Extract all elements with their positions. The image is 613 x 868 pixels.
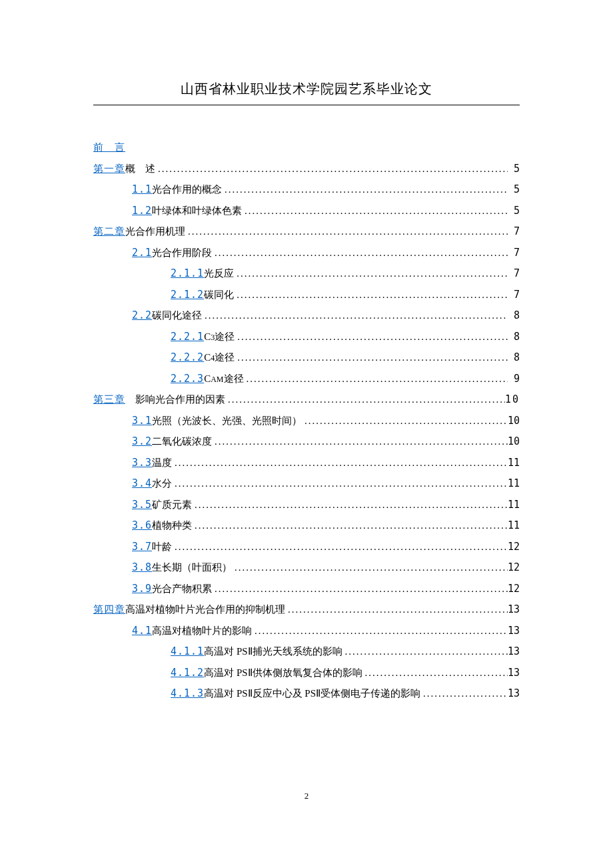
toc-link[interactable]: 3.5 [132, 495, 152, 516]
toc-entry: 2.1.1 光反应 7 [93, 263, 520, 285]
toc-link[interactable]: 3.8 [132, 557, 152, 579]
toc-entry: 2.1.2 碳同化 7 [93, 285, 520, 306]
toc-label: C [204, 327, 211, 348]
toc-page-number: 8 [508, 327, 520, 348]
toc-page-number: 11 [508, 515, 520, 537]
toc-page-number: 12 [508, 557, 520, 579]
toc-page-number: 10 [505, 389, 520, 411]
toc-entry: 1.1 光合作用的概念 5 [93, 179, 520, 201]
toc-leader-dots [285, 599, 508, 621]
toc-link[interactable]: 第一章 [93, 159, 125, 180]
toc-link[interactable]: 3.1 [132, 411, 152, 432]
toc-label: 光合作用机理 [125, 221, 185, 243]
toc-page-number: 11 [508, 495, 520, 516]
toc-page-number: 9 [508, 369, 520, 390]
toc-leader-dots [302, 411, 508, 432]
toc-entry: 第二章 光合作用机理 7 [93, 221, 520, 243]
toc-link[interactable]: 2.2.3 [171, 369, 204, 390]
toc-entry: 2.1 光合作用阶段 7 [93, 243, 520, 264]
toc-link[interactable]: 2.1 [132, 243, 152, 264]
table-of-contents: 前 言第一章 概 述 51.1 光合作用的概念 51.2 叶绿体和叶绿体色素 5… [93, 137, 520, 705]
toc-entry: 第三章 影响光合作用的因素 10 [93, 389, 520, 411]
toc-entry: 3.7 叶龄 12 [93, 537, 520, 558]
toc-entry: 3.1 光照（光波长、光强、光照时间） 10 [93, 411, 520, 432]
toc-entry: 前 言 [93, 137, 520, 159]
toc-label: 光反应 [204, 263, 234, 285]
toc-entry: 第一章 概 述 5 [93, 159, 520, 180]
toc-entry: 4.1.3 高温对 PSⅡ反应中心及 PSⅡ受体侧电子传递的影响 13 [93, 683, 520, 705]
toc-label-suffix: 途径 [215, 347, 235, 369]
toc-link[interactable]: 3.7 [132, 537, 152, 558]
toc-leader-dots [234, 285, 508, 306]
toc-page-number: 8 [508, 305, 520, 327]
toc-label: 植物种类 [152, 515, 192, 537]
toc-link[interactable]: 3.6 [132, 515, 152, 537]
toc-entry: 2.2.1 C3途径 8 [93, 327, 520, 348]
toc-link[interactable]: 2.1.1 [171, 263, 204, 285]
toc-link[interactable]: 1.2 [132, 201, 152, 222]
toc-label: 概 述 [125, 159, 155, 180]
toc-entry: 3.3 温度 11 [93, 453, 520, 474]
toc-link[interactable]: 2.2.2 [171, 347, 204, 369]
toc-leader-dots [235, 347, 508, 369]
toc-entry: 1.2 叶绿体和叶绿体色素 5 [93, 201, 520, 222]
toc-leader-dots [235, 327, 508, 348]
toc-link[interactable]: 2.1.2 [171, 285, 204, 306]
toc-entry: 3.2 二氧化碳浓度 10 [93, 431, 520, 453]
toc-link[interactable]: 4.1 [132, 621, 152, 642]
toc-label: 高温对植物叶片光合作用的抑制机理 [125, 599, 285, 621]
toc-entry: 3.9 光合产物积累 12 [93, 579, 520, 600]
toc-link[interactable]: 3.9 [132, 579, 152, 600]
toc-leader-dots [362, 663, 508, 684]
toc-page-number: 13 [508, 641, 520, 663]
toc-leader-dots [192, 495, 508, 516]
toc-label: 光照（光波长、光强、光照时间） [152, 411, 302, 432]
toc-entry: 4.1.1 高温对 PSⅡ捕光天线系统的影响 13 [93, 641, 520, 663]
toc-page-number: 12 [508, 537, 520, 558]
toc-label: 二氧化碳浓度 [152, 431, 212, 453]
toc-leader-dots [234, 263, 508, 285]
toc-link[interactable]: 第二章 [93, 221, 125, 243]
toc-page-number: 10 [508, 431, 520, 453]
page-number: 2 [0, 791, 613, 801]
toc-link[interactable]: 2.2.1 [171, 327, 204, 348]
toc-page-number: 11 [508, 453, 520, 474]
toc-entry: 3.5 矿质元素 11 [93, 495, 520, 516]
toc-leader-dots [202, 305, 508, 327]
toc-label: 碳同化 [204, 285, 234, 306]
toc-label: 高温对植物叶片的影响 [152, 621, 252, 642]
toc-link[interactable]: 4.1.1 [171, 641, 204, 663]
toc-label: 生长期（叶面积） [152, 557, 232, 579]
toc-link[interactable]: 第三章 [93, 389, 125, 411]
toc-label: 碳同化途径 [152, 305, 202, 327]
toc-label: 水分 [152, 473, 172, 495]
toc-label: 叶绿体和叶绿体色素 [152, 201, 242, 222]
toc-link[interactable]: 3.2 [132, 431, 152, 453]
toc-leader-dots [222, 179, 508, 201]
toc-page-number: 5 [508, 159, 520, 180]
toc-link[interactable]: 3.3 [132, 453, 152, 474]
toc-link[interactable]: 第四章 [93, 599, 125, 621]
toc-page-number: 13 [508, 663, 520, 684]
toc-entry: 4.1.2 高温对 PSⅡ供体侧放氧复合体的影响 13 [93, 663, 520, 684]
toc-page-number: 5 [508, 179, 520, 201]
toc-label: 影响光合作用的因素 [125, 389, 225, 411]
toc-label: C [204, 369, 211, 390]
toc-entry: 第四章 高温对植物叶片光合作用的抑制机理 13 [93, 599, 520, 621]
toc-leader-dots [172, 453, 508, 474]
toc-link[interactable]: 2.2 [132, 305, 152, 327]
toc-leader-dots [212, 243, 508, 264]
toc-link[interactable]: 1.1 [132, 179, 152, 201]
toc-leader-dots [342, 641, 508, 663]
toc-link[interactable]: 4.1.3 [171, 683, 204, 705]
toc-page-number: 5 [508, 201, 520, 222]
toc-leader-dots [225, 389, 505, 411]
toc-link[interactable]: 3.4 [132, 473, 152, 495]
toc-link[interactable]: 4.1.2 [171, 663, 204, 684]
toc-entry: 2.2.2 C4途径 8 [93, 347, 520, 369]
toc-label: C [204, 347, 211, 369]
toc-link[interactable]: 前 言 [93, 137, 125, 159]
toc-leader-dots [172, 473, 508, 495]
toc-label: 高温对 PSⅡ反应中心及 PSⅡ受体侧电子传递的影响 [204, 683, 420, 705]
toc-label: 光合作用的概念 [152, 179, 222, 201]
